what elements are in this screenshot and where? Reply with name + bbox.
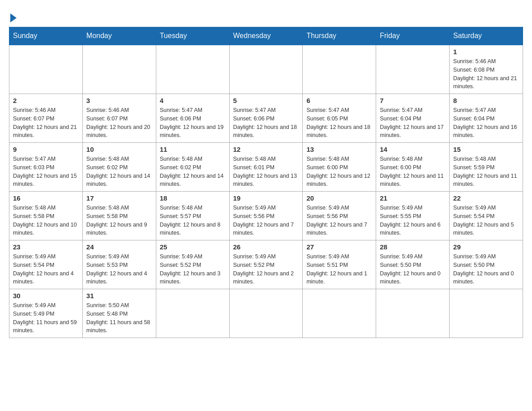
calendar-cell: 2Sunrise: 5:46 AMSunset: 6:07 PMDaylight… [9,94,83,143]
day-info: Sunrise: 5:48 AMSunset: 6:02 PMDaylight:… [160,155,226,188]
calendar-cell: 31Sunrise: 5:50 AMSunset: 5:48 PMDayligh… [82,289,156,338]
day-info: Sunrise: 5:47 AMSunset: 6:06 PMDaylight:… [160,106,226,140]
calendar-cell: 11Sunrise: 5:48 AMSunset: 6:02 PMDayligh… [156,143,229,192]
day-number: 27 [306,243,372,251]
calendar-cell [156,45,229,94]
day-number: 23 [13,243,79,251]
day-number: 1 [453,48,519,56]
day-number: 13 [306,146,372,153]
week-row-1: 1Sunrise: 5:46 AMSunset: 6:08 PMDaylight… [9,45,523,94]
day-info: Sunrise: 5:48 AMSunset: 6:01 PMDaylight:… [233,155,299,188]
day-info: Sunrise: 5:48 AMSunset: 6:02 PMDaylight:… [86,155,152,188]
week-row-2: 2Sunrise: 5:46 AMSunset: 6:07 PMDaylight… [9,94,523,143]
day-number: 17 [86,194,152,202]
weekday-header-thursday: Thursday [303,27,376,45]
calendar-cell [376,289,450,338]
day-number: 18 [160,194,226,202]
day-number: 10 [86,146,152,153]
day-info: Sunrise: 5:49 AMSunset: 5:49 PMDaylight:… [13,301,79,335]
weekday-header-friday: Friday [376,27,450,45]
calendar-cell: 23Sunrise: 5:49 AMSunset: 5:54 PMDayligh… [9,240,83,289]
calendar-cell: 14Sunrise: 5:48 AMSunset: 6:00 PMDayligh… [376,143,450,192]
day-number: 14 [380,146,446,153]
day-number: 20 [306,194,372,202]
day-info: Sunrise: 5:49 AMSunset: 5:50 PMDaylight:… [380,253,446,286]
calendar-cell: 20Sunrise: 5:49 AMSunset: 5:56 PMDayligh… [303,192,376,240]
day-number: 24 [86,243,152,251]
day-info: Sunrise: 5:46 AMSunset: 6:07 PMDaylight:… [86,106,152,140]
day-number: 19 [233,194,299,202]
day-info: Sunrise: 5:49 AMSunset: 5:51 PMDaylight:… [306,253,372,286]
calendar-cell: 10Sunrise: 5:48 AMSunset: 6:02 PMDayligh… [82,143,156,192]
calendar-cell [229,289,303,338]
calendar-cell [376,45,450,94]
day-number: 8 [453,97,519,104]
day-number: 4 [160,97,226,104]
calendar-cell: 30Sunrise: 5:49 AMSunset: 5:49 PMDayligh… [9,289,83,338]
day-info: Sunrise: 5:49 AMSunset: 5:52 PMDaylight:… [160,253,226,286]
day-info: Sunrise: 5:49 AMSunset: 5:53 PMDaylight:… [86,253,152,286]
day-number: 15 [453,146,519,153]
logo-arrow-icon [10,13,17,22]
logo [9,9,17,22]
calendar-cell [450,289,523,338]
day-number: 29 [453,243,519,251]
week-row-5: 23Sunrise: 5:49 AMSunset: 5:54 PMDayligh… [9,240,523,289]
calendar-cell [82,45,156,94]
calendar-cell: 24Sunrise: 5:49 AMSunset: 5:53 PMDayligh… [82,240,156,289]
day-info: Sunrise: 5:48 AMSunset: 5:58 PMDaylight:… [86,204,152,237]
day-number: 26 [233,243,299,251]
calendar-cell: 17Sunrise: 5:48 AMSunset: 5:58 PMDayligh… [82,192,156,240]
day-info: Sunrise: 5:47 AMSunset: 6:05 PMDaylight:… [306,106,372,140]
day-info: Sunrise: 5:47 AMSunset: 6:03 PMDaylight:… [13,155,79,188]
day-number: 25 [160,243,226,251]
week-row-3: 9Sunrise: 5:47 AMSunset: 6:03 PMDaylight… [9,143,523,192]
calendar-cell: 21Sunrise: 5:49 AMSunset: 5:55 PMDayligh… [376,192,450,240]
day-number: 28 [380,243,446,251]
day-info: Sunrise: 5:48 AMSunset: 6:00 PMDaylight:… [380,155,446,188]
weekday-header-monday: Monday [82,27,156,45]
calendar-cell: 5Sunrise: 5:47 AMSunset: 6:06 PMDaylight… [229,94,303,143]
calendar-cell [229,45,303,94]
week-row-6: 30Sunrise: 5:49 AMSunset: 5:49 PMDayligh… [9,289,523,338]
day-info: Sunrise: 5:50 AMSunset: 5:48 PMDaylight:… [86,301,152,335]
calendar-cell: 18Sunrise: 5:48 AMSunset: 5:57 PMDayligh… [156,192,229,240]
day-number: 11 [160,146,226,153]
calendar-cell: 22Sunrise: 5:49 AMSunset: 5:54 PMDayligh… [450,192,523,240]
calendar-cell: 12Sunrise: 5:48 AMSunset: 6:01 PMDayligh… [229,143,303,192]
calendar-cell: 28Sunrise: 5:49 AMSunset: 5:50 PMDayligh… [376,240,450,289]
day-info: Sunrise: 5:49 AMSunset: 5:55 PMDaylight:… [380,204,446,237]
calendar-cell: 15Sunrise: 5:48 AMSunset: 5:59 PMDayligh… [450,143,523,192]
day-number: 12 [233,146,299,153]
page-header [9,9,523,22]
calendar-cell [303,289,376,338]
calendar-cell: 13Sunrise: 5:48 AMSunset: 6:00 PMDayligh… [303,143,376,192]
day-info: Sunrise: 5:47 AMSunset: 6:06 PMDaylight:… [233,106,299,140]
day-number: 5 [233,97,299,104]
calendar-cell: 9Sunrise: 5:47 AMSunset: 6:03 PMDaylight… [9,143,83,192]
day-number: 2 [13,97,79,104]
day-info: Sunrise: 5:46 AMSunset: 6:07 PMDaylight:… [13,106,79,140]
day-number: 9 [13,146,79,153]
day-info: Sunrise: 5:46 AMSunset: 6:08 PMDaylight:… [453,57,519,91]
day-number: 3 [86,97,152,104]
day-number: 21 [380,194,446,202]
day-number: 6 [306,97,372,104]
day-info: Sunrise: 5:47 AMSunset: 6:04 PMDaylight:… [380,106,446,140]
calendar-cell: 26Sunrise: 5:49 AMSunset: 5:52 PMDayligh… [229,240,303,289]
day-info: Sunrise: 5:49 AMSunset: 5:54 PMDaylight:… [453,204,519,237]
calendar-cell: 1Sunrise: 5:46 AMSunset: 6:08 PMDaylight… [450,45,523,94]
calendar-cell [9,45,83,94]
calendar-cell: 27Sunrise: 5:49 AMSunset: 5:51 PMDayligh… [303,240,376,289]
calendar-cell: 7Sunrise: 5:47 AMSunset: 6:04 PMDaylight… [376,94,450,143]
day-number: 7 [380,97,446,104]
weekday-header-wednesday: Wednesday [229,27,303,45]
day-info: Sunrise: 5:48 AMSunset: 5:59 PMDaylight:… [453,155,519,188]
calendar-cell: 25Sunrise: 5:49 AMSunset: 5:52 PMDayligh… [156,240,229,289]
day-info: Sunrise: 5:47 AMSunset: 6:04 PMDaylight:… [453,106,519,140]
calendar-cell: 29Sunrise: 5:49 AMSunset: 5:50 PMDayligh… [450,240,523,289]
calendar-cell [303,45,376,94]
day-info: Sunrise: 5:48 AMSunset: 5:57 PMDaylight:… [160,204,226,237]
calendar-cell: 4Sunrise: 5:47 AMSunset: 6:06 PMDaylight… [156,94,229,143]
day-number: 30 [13,292,79,300]
